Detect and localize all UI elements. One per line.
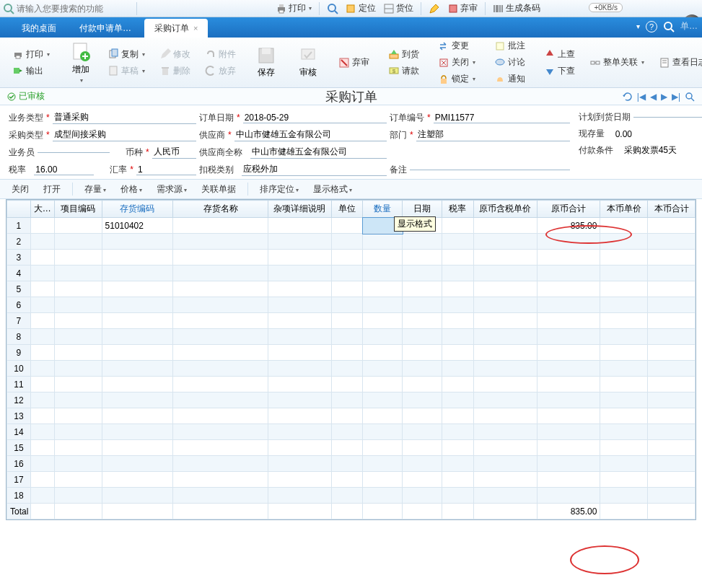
cell-orig-total[interactable] <box>537 488 600 504</box>
cell-orig-total[interactable] <box>537 392 600 408</box>
sys-print-button[interactable]: 打印▾ <box>273 1 315 15</box>
print-button[interactable]: 打印▾ <box>10 48 52 61</box>
table-row[interactable]: 4 <box>7 266 696 281</box>
col-orig-total[interactable]: 原币合计 <box>537 201 600 218</box>
table-row[interactable]: 2 <box>7 234 696 250</box>
col-local-total[interactable]: 本币合计 <box>648 201 696 218</box>
tab-payment-request[interactable]: 付款申请单… <box>69 19 141 38</box>
table-row[interactable]: 13 <box>7 408 696 424</box>
cell-orig-total[interactable] <box>537 313 600 329</box>
cell-orig-total[interactable] <box>537 345 600 361</box>
table-row[interactable]: 14 <box>7 424 696 440</box>
table-row[interactable]: 9 <box>7 345 696 361</box>
sort-dropdown[interactable]: 排序定位▾ <box>254 182 304 197</box>
cell-orig-total[interactable] <box>537 329 600 345</box>
cell-orig-total[interactable] <box>537 424 600 440</box>
sys-locate-button[interactable]: 定位 <box>343 1 379 15</box>
cell-inv[interactable] <box>102 345 173 361</box>
arrive-button[interactable]: 到货 <box>386 48 421 61</box>
cell-orig-total[interactable] <box>537 472 600 488</box>
cell-qty[interactable] <box>363 361 403 377</box>
cell-qty[interactable] <box>363 377 403 392</box>
cell-inv[interactable] <box>102 250 173 266</box>
view-log-button[interactable]: 查看日志▾ <box>657 56 702 69</box>
search-icon[interactable] <box>663 21 675 32</box>
cell-orig-total[interactable] <box>537 281 600 297</box>
col-rownum[interactable] <box>7 201 31 218</box>
trace-up-button[interactable]: 上查 <box>542 48 577 61</box>
col-tax[interactable]: 税率 <box>442 201 474 218</box>
col-qty[interactable]: 数量 <box>363 201 403 218</box>
tab-desktop[interactable]: 我的桌面 <box>12 19 66 38</box>
prev-record-icon[interactable]: ◀ <box>650 92 657 102</box>
sys-edit-button[interactable] <box>426 2 443 15</box>
col-local-price[interactable]: 本币单价 <box>600 201 648 218</box>
col-inventory-name[interactable]: 存货名称 <box>173 201 268 218</box>
cell-inv[interactable]: 51010402 <box>102 218 173 234</box>
cell-orig-total[interactable] <box>537 266 600 281</box>
col-date[interactable]: 日期 <box>403 201 442 218</box>
cell-inv[interactable] <box>102 234 173 250</box>
sys-zoom-button[interactable] <box>324 2 341 15</box>
table-row[interactable]: 10 <box>7 361 696 377</box>
discuss-button[interactable]: 讨论 <box>492 56 527 69</box>
approve-note-button[interactable]: 批注 <box>492 39 527 53</box>
table-row[interactable]: 6 <box>7 297 696 313</box>
whole-link-button[interactable]: 整单关联▾ <box>587 56 646 69</box>
table-row[interactable]: 5 <box>7 281 696 297</box>
attach-button[interactable]: 附件 <box>203 48 238 61</box>
cell-inv[interactable] <box>102 456 173 472</box>
release-button[interactable]: 放弃 <box>203 64 238 78</box>
grid-open-button[interactable]: 打开 <box>38 182 66 197</box>
cell-orig-total[interactable] <box>537 456 600 472</box>
help-icon[interactable]: ? <box>646 21 657 32</box>
table-row[interactable]: 7 <box>7 313 696 329</box>
cell-inv[interactable] <box>102 440 173 456</box>
cell-inv[interactable] <box>102 266 173 281</box>
col-big[interactable]: 大… <box>30 201 54 218</box>
cell-qty[interactable] <box>363 297 403 313</box>
cell-inv[interactable] <box>102 424 173 440</box>
cell-orig-total[interactable] <box>537 234 600 250</box>
cell-qty[interactable] <box>363 392 403 408</box>
cell-qty[interactable] <box>363 234 403 250</box>
cell-orig-total[interactable]: 835.00 <box>537 218 600 234</box>
demand-dropdown[interactable]: 需求源▾ <box>151 182 193 197</box>
discard-audit-button[interactable]: 弃审 <box>336 56 372 69</box>
cell-inv[interactable] <box>102 361 173 377</box>
cell-qty[interactable] <box>363 472 403 488</box>
table-row[interactable]: 151010402835.00 <box>7 218 696 234</box>
cell-inv[interactable] <box>102 297 173 313</box>
cell-inv[interactable] <box>102 408 173 424</box>
cell-qty[interactable] <box>363 488 403 504</box>
cell-inv[interactable] <box>102 313 173 329</box>
cell-inv[interactable] <box>102 488 173 504</box>
cell-orig-total[interactable] <box>537 250 600 266</box>
add-button[interactable]: 增加▾ <box>66 40 95 85</box>
delete-button[interactable]: 删除 <box>157 64 193 78</box>
modify-button[interactable]: 修改 <box>157 48 193 61</box>
last-record-icon[interactable]: ▶| <box>672 92 680 102</box>
audit-button[interactable]: 审核 <box>294 45 322 80</box>
col-orig-tax-price[interactable]: 原币含税单价 <box>473 201 537 218</box>
cell-orig-total[interactable] <box>537 377 600 392</box>
global-search[interactable] <box>3 3 132 14</box>
change-button[interactable]: 变更 <box>436 39 478 53</box>
cell-qty[interactable] <box>363 313 403 329</box>
refresh-icon[interactable] <box>623 92 633 102</box>
cell-qty[interactable] <box>363 281 403 297</box>
col-project[interactable]: 项目编码 <box>54 201 102 218</box>
cell-qty[interactable] <box>363 408 403 424</box>
lock-button[interactable]: 锁定▾ <box>436 72 478 86</box>
table-row[interactable]: 11 <box>7 377 696 392</box>
tab-purchase-order[interactable]: 采购订单× <box>144 19 208 38</box>
sys-barcode-button[interactable]: 生成条码 <box>490 1 543 15</box>
col-unit[interactable]: 单位 <box>331 201 363 218</box>
cell-qty[interactable] <box>363 250 403 266</box>
cell-orig-total[interactable] <box>537 361 600 377</box>
sys-goods-button[interactable]: 货位 <box>380 1 416 15</box>
trace-down-button[interactable]: 下查 <box>542 64 577 78</box>
cell-qty[interactable] <box>363 424 403 440</box>
cell-inv[interactable] <box>102 472 173 488</box>
link-doc-button[interactable]: 关联单据 <box>196 182 242 197</box>
